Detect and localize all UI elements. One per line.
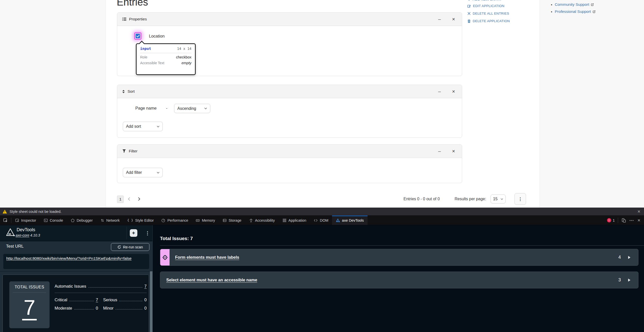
- issue-title-link[interactable]: Select element must have an accessible n…: [166, 278, 257, 282]
- total-issues-tile: TOTAL ISSUES 7: [9, 281, 50, 328]
- tab-label: Memory: [202, 218, 215, 222]
- error-badge-icon[interactable]: !: [607, 218, 611, 222]
- professional-support-link[interactable]: • Professional Support: [551, 9, 596, 14]
- warning-icon: [3, 210, 7, 214]
- tab-console[interactable]: Console: [40, 216, 67, 225]
- issue-title-link[interactable]: Form elements must have labels: [175, 255, 239, 260]
- axe-engine-link[interactable]: axe-core: [16, 233, 29, 237]
- plus-icon: [467, 0, 471, 1]
- test-url-link[interactable]: http://localhost:8080/xwiki/bin/view/Men…: [6, 256, 132, 260]
- pick-element-button[interactable]: [0, 216, 11, 225]
- close-button[interactable]: ✕: [449, 13, 458, 26]
- axe-logo: ax: [6, 228, 15, 237]
- sort-direction-select[interactable]: Ascending: [174, 104, 210, 113]
- chevron-right-icon[interactable]: [628, 256, 631, 259]
- next-page-icon[interactable]: [138, 197, 140, 201]
- table-options-button[interactable]: ⋮: [514, 193, 526, 205]
- serious-label: Serious: [103, 297, 117, 302]
- sidebar-scrollbar[interactable]: [150, 271, 152, 332]
- results-per-page-label: Results per page:: [455, 197, 486, 201]
- tab-memory[interactable]: Memory: [192, 216, 219, 225]
- properties-panel-header[interactable]: Properties – ✕: [117, 13, 462, 26]
- tab-performance[interactable]: Performance: [157, 216, 192, 225]
- tab-label: Accessibility: [255, 218, 275, 222]
- location-checkbox[interactable]: [134, 32, 141, 40]
- tab-inspector[interactable]: Inspector: [11, 216, 40, 225]
- rerun-scan-button[interactable]: Re-run scan: [111, 243, 149, 251]
- bullet: •: [551, 10, 552, 14]
- tab-style-editor[interactable]: { } Style Editor: [124, 216, 158, 225]
- community-support-link[interactable]: • Community Support: [551, 2, 594, 7]
- results-divider: [160, 245, 644, 246]
- minimize-button[interactable]: –: [435, 85, 444, 98]
- critical-row: Critical 7: [55, 297, 98, 302]
- location-checkbox-label: Location: [149, 34, 165, 39]
- dotted-leader: [74, 309, 94, 310]
- tooltip-tag: input: [140, 47, 151, 51]
- support-label: Community Support: [555, 2, 589, 7]
- tab-application[interactable]: Application: [279, 216, 310, 225]
- tab-accessibility[interactable]: Accessibility: [245, 216, 279, 225]
- svg-text:ax: ax: [337, 220, 339, 222]
- responsive-design-icon[interactable]: [621, 218, 626, 223]
- notification-bar: Style sheet could not be loaded. ✕: [0, 208, 644, 216]
- dotted-leader: [88, 287, 142, 288]
- sort-field-label: Page name: [135, 106, 156, 111]
- sort-panel-header[interactable]: Sort – ✕: [117, 85, 462, 98]
- axe-menu-button[interactable]: ⋮: [145, 229, 150, 237]
- tab-label: Style Editor: [135, 218, 154, 222]
- results-per-page-select[interactable]: 15: [491, 194, 506, 204]
- tab-label: Inspector: [21, 218, 36, 222]
- close-button[interactable]: ✕: [449, 85, 458, 98]
- action-label: DELETE APPLICATION: [473, 19, 510, 23]
- bullet: •: [551, 3, 552, 7]
- add-sort-select[interactable]: Add sort: [123, 122, 163, 131]
- delete-all-entries-link[interactable]: DELETE ALL ENTRIES: [467, 12, 509, 15]
- moderate-row: Moderate 0: [55, 306, 98, 311]
- tab-dom[interactable]: DOM: [310, 216, 332, 225]
- svg-text:ax: ax: [8, 233, 11, 235]
- tab-storage[interactable]: Storage: [219, 216, 245, 225]
- automatic-issues-value[interactable]: 7: [144, 284, 147, 289]
- accessibility-tooltip: input 14 x 14 Role checkbox Accessible T…: [136, 43, 196, 75]
- previous-page-icon[interactable]: [128, 197, 130, 201]
- total-issues-value[interactable]: 7: [22, 297, 37, 320]
- devtools-menu-icon[interactable]: ⋯: [629, 218, 634, 223]
- delete-application-link[interactable]: DELETE APPLICATION: [467, 19, 510, 23]
- critical-value[interactable]: 7: [96, 297, 98, 302]
- header-separator: [127, 227, 127, 239]
- automatic-issues-label: Automatic Issues: [55, 284, 86, 289]
- target-icon: [162, 254, 168, 260]
- notification-close-icon[interactable]: ✕: [637, 209, 640, 214]
- axe-version-line: axe-core 4.10.3: [16, 233, 40, 237]
- tab-network[interactable]: Network: [97, 216, 124, 225]
- tooltip-text-label: Accessible Text: [140, 61, 164, 65]
- edit-icon: [467, 4, 471, 8]
- filter-panel-header[interactable]: Filter – ✕: [117, 145, 462, 158]
- minor-value: 0: [144, 306, 147, 311]
- chevron-right-icon[interactable]: [628, 278, 631, 282]
- results-header: Total Issues: 7: [160, 236, 193, 241]
- page-number-button[interactable]: 1: [117, 195, 124, 203]
- network-icon: [100, 218, 104, 222]
- minimize-button[interactable]: –: [435, 13, 444, 26]
- screen: Entries ADD NEW ENTRY EDIT APPLICATION D…: [0, 0, 644, 332]
- tab-debugger[interactable]: Debugger: [67, 216, 97, 225]
- total-issues-card: TOTAL ISSUES 7 Automatic Issues 7 Cr: [3, 275, 149, 332]
- devtools-close-icon[interactable]: ✕: [637, 218, 640, 223]
- close-button[interactable]: ✕: [449, 145, 458, 158]
- edit-application-link[interactable]: EDIT APPLICATION: [467, 4, 504, 8]
- axe-sidebar: ax DevTools axe-core 4.10.3 + ⋮ Test URL…: [0, 225, 153, 332]
- issue-row[interactable]: Select element must have an accessible n…: [160, 272, 638, 288]
- minimize-button[interactable]: –: [435, 145, 444, 158]
- add-new-entry-link[interactable]: ADD NEW ENTRY: [467, 0, 502, 1]
- open-new-window-button[interactable]: +: [130, 229, 137, 237]
- add-filter-select[interactable]: Add filter: [123, 168, 163, 177]
- dotted-leader: [119, 301, 142, 301]
- issue-count: 3: [618, 277, 621, 283]
- tab-axe-devtools[interactable]: ax axe DevTools: [332, 216, 368, 225]
- minor-label: Minor: [103, 306, 113, 311]
- select-value: Add sort: [126, 124, 141, 129]
- action-label: EDIT APPLICATION: [473, 4, 504, 8]
- issue-row[interactable]: Form elements must have labels 4: [160, 249, 638, 266]
